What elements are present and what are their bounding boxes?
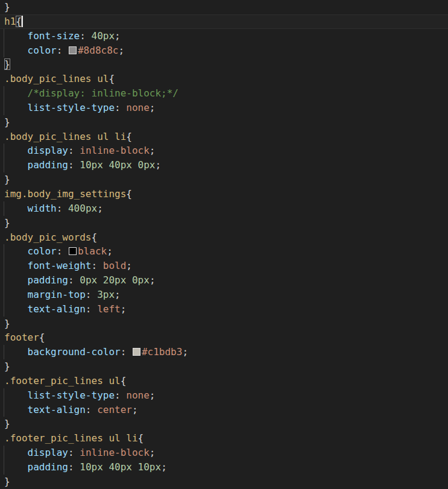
token-selector: .body_pic_lines	[4, 73, 92, 84]
token-punctuation: }	[4, 1, 10, 13]
token-punctuation: :	[92, 260, 98, 271]
indent-guide	[4, 460, 4, 475]
token-text	[126, 274, 132, 286]
token-bracket-match: }	[4, 58, 10, 70]
token-punctuation: ;	[150, 447, 156, 458]
code-line[interactable]: }	[0, 172, 448, 187]
color-swatch[interactable]	[133, 348, 140, 356]
code-line[interactable]: }	[0, 359, 448, 374]
token-punctuation: :	[57, 45, 63, 56]
indent-guide	[4, 259, 4, 273]
token-number: 0px	[132, 274, 150, 286]
color-swatch[interactable]	[69, 247, 77, 255]
token-text	[4, 159, 28, 171]
code-line[interactable]: padding: 10px 40px 0px;	[0, 158, 448, 172]
token-property: font-weight	[28, 260, 92, 271]
code-editor[interactable]: }h1{ font-size: 40px; color: #8d8c8c;}.b…	[0, 0, 448, 489]
token-punctuation: }	[4, 318, 10, 329]
code-line[interactable]: text-align: left;	[0, 302, 448, 317]
code-line[interactable]: font-size: 40px;	[0, 29, 448, 43]
token-property: padding	[28, 159, 68, 171]
code-line[interactable]: }	[0, 317, 448, 331]
token-comment: /*display: inline-block;*/	[28, 87, 178, 99]
code-line[interactable]: padding: 10px 40px 10px;	[0, 460, 448, 475]
token-text	[4, 102, 28, 113]
token-number: 40px	[109, 461, 132, 473]
token-selector: ul	[97, 131, 109, 142]
token-text	[103, 159, 109, 171]
token-text	[92, 404, 98, 415]
token-text	[4, 260, 28, 271]
code-line[interactable]: }	[0, 475, 448, 489]
token-property: color	[28, 45, 57, 56]
code-line[interactable]: display: inline-block;	[0, 446, 448, 460]
token-number: 40px	[109, 159, 132, 171]
token-value: bold	[103, 260, 127, 271]
code-line[interactable]: color: black;	[0, 244, 448, 259]
token-punctuation: :	[68, 447, 74, 458]
token-number: 10px	[138, 461, 162, 473]
token-punctuation: ;	[150, 390, 156, 401]
token-punctuation: :	[86, 303, 92, 315]
token-punctuation: :	[121, 346, 127, 358]
token-text	[4, 203, 28, 214]
token-property: text-align	[28, 404, 86, 415]
code-line[interactable]: .body_pic_lines ul{	[0, 72, 448, 86]
code-line[interactable]: img.body_img_settings{	[0, 187, 448, 201]
code-line[interactable]: color: #8d8c8c;	[0, 43, 448, 58]
code-line[interactable]: .body_pic_words{	[0, 230, 448, 245]
code-line[interactable]: .body_pic_lines ul li{	[0, 130, 448, 144]
code-line[interactable]: display: inline-block;	[0, 144, 448, 158]
token-punctuation: ;	[115, 289, 121, 300]
token-text	[109, 131, 115, 142]
token-text	[74, 159, 80, 171]
token-punctuation: }	[4, 361, 10, 372]
token-text	[4, 289, 28, 300]
code-line[interactable]: }	[0, 115, 448, 130]
code-line[interactable]: background-color: #c1bdb3;	[0, 345, 448, 359]
code-line[interactable]: }	[0, 0, 448, 14]
token-punctuation: {	[138, 432, 144, 444]
indent-guide	[4, 29, 4, 43]
code-line[interactable]: }	[0, 216, 448, 230]
token-punctuation: {	[92, 232, 98, 243]
token-punctuation: ;	[118, 45, 124, 56]
token-selector: footer	[4, 332, 39, 343]
code-line-current[interactable]: h1{	[0, 14, 448, 29]
token-text	[74, 145, 80, 156]
code-line[interactable]: width: 400px;	[0, 201, 448, 216]
indent-guide	[4, 86, 4, 101]
indent-guide	[4, 288, 4, 302]
token-text	[132, 159, 138, 171]
code-line[interactable]: font-weight: bold;	[0, 259, 448, 273]
code-line[interactable]: margin-top: 3px;	[0, 288, 448, 302]
code-line[interactable]: .footer_pic_lines ul li{	[0, 431, 448, 446]
token-text	[92, 303, 98, 315]
token-text	[103, 432, 109, 444]
code-line[interactable]: list-style-type: none;	[0, 388, 448, 403]
code-line[interactable]: padding: 0px 20px 0px;	[0, 273, 448, 288]
token-text	[4, 145, 28, 156]
token-punctuation: :	[68, 159, 74, 171]
code-line[interactable]: list-style-type: none;	[0, 101, 448, 115]
token-text	[121, 432, 127, 444]
token-punctuation: ;	[161, 461, 167, 473]
token-punctuation: {	[126, 131, 132, 142]
token-punctuation: :	[86, 404, 92, 415]
token-property: display	[28, 145, 68, 156]
code-line[interactable]: footer{	[0, 330, 448, 345]
token-text	[62, 203, 68, 214]
code-line[interactable]: /*display: inline-block;*/	[0, 86, 448, 101]
code-line[interactable]: }	[0, 417, 448, 431]
token-punctuation: :	[115, 102, 121, 113]
token-punctuation: ;	[115, 30, 121, 42]
token-text	[126, 346, 132, 358]
token-text	[74, 274, 80, 286]
code-line[interactable]: .footer_pic_lines ul{	[0, 374, 448, 388]
code-line[interactable]: }	[0, 57, 448, 72]
token-punctuation: {	[109, 73, 115, 84]
token-text	[4, 404, 28, 415]
token-punctuation: }	[4, 116, 10, 128]
code-line[interactable]: text-align: center;	[0, 403, 448, 417]
color-swatch[interactable]	[69, 46, 77, 54]
